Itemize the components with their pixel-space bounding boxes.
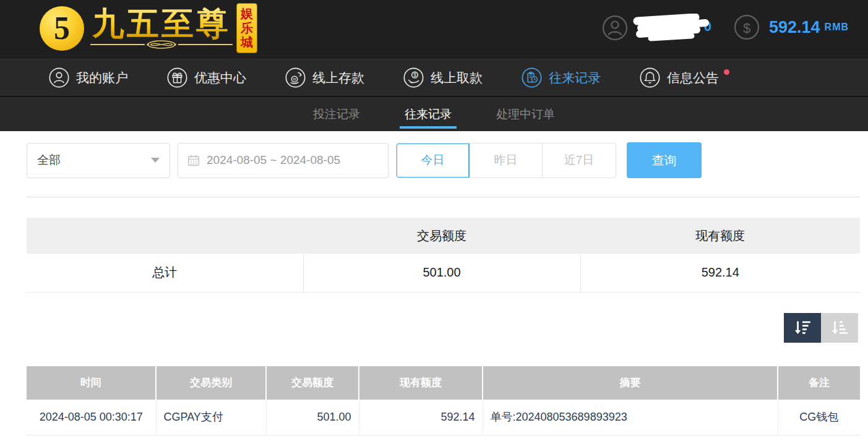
quick-range-group: 今日 昨日 近7日 <box>396 143 616 178</box>
user-icon <box>48 67 70 88</box>
logo-coin-icon: 5 <box>40 6 84 51</box>
wallet-balance[interactable]: $ 592.14 RMB <box>733 14 849 41</box>
col-header-current-balance: 现有额度 <box>359 366 483 400</box>
range-last7days-button[interactable]: 近7日 <box>543 144 616 178</box>
col-header-remark: 备注 <box>778 366 860 400</box>
white-scribble <box>632 14 713 42</box>
svg-text:$: $ <box>743 20 750 36</box>
summary-header-transaction-amount: 交易额度 <box>303 218 580 254</box>
nav-label: 线上存款 <box>312 69 364 87</box>
nav-item-withdraw[interactable]: $ 线上取款 <box>403 67 483 88</box>
badge-char: 娱 <box>241 7 253 21</box>
redacted-username: 0 <box>632 14 713 42</box>
nav-item-deposit[interactable]: 线上存款 <box>285 67 364 88</box>
col-header-transaction-type: 交易类别 <box>156 366 266 400</box>
record-current-balance: 592.14 <box>359 400 483 435</box>
filter-row: 全部 2024-08-05 ~ 2024-08-05 今日 昨日 近7日 查询 <box>27 142 868 178</box>
search-button[interactable]: 查询 <box>627 142 702 178</box>
balance-currency: RMB <box>825 22 849 33</box>
summary-header-empty <box>27 218 303 254</box>
tab-betting-records[interactable]: 投注记录 <box>308 97 365 131</box>
badge-char: 乐 <box>241 21 253 35</box>
content-area: 全部 2024-08-05 ~ 2024-08-05 今日 昨日 近7日 查询 <box>0 142 868 435</box>
top-header-bar: 5 九五至尊 娱 乐 城 0 <box>0 0 868 59</box>
col-header-summary: 摘要 <box>483 366 778 400</box>
summary-header-current-balance: 现有额度 <box>580 218 860 254</box>
logo-text-wrap: 九五至尊 <box>90 7 233 49</box>
record-row: 2024-08-05 00:30:17 CGPAY支付 501.00 592.1… <box>27 400 860 435</box>
nav-label: 我的账户 <box>76 69 128 87</box>
col-header-transaction-amount: 交易额度 <box>266 366 359 400</box>
deposit-icon <box>285 67 306 88</box>
sort-ascending-button[interactable] <box>821 313 858 343</box>
type-select-value: 全部 <box>37 152 151 168</box>
withdraw-icon: $ <box>403 67 424 88</box>
summary-header-row: 交易额度 现有额度 <box>27 218 860 254</box>
nav-item-promotions[interactable]: 优惠中心 <box>166 67 246 88</box>
nav-label: 线上取款 <box>431 69 483 87</box>
nav-label: 往来记录 <box>549 69 601 87</box>
sort-desc-icon <box>792 317 813 338</box>
summary-total-current-balance: 592.14 <box>580 254 860 292</box>
range-yesterday-button[interactable]: 昨日 <box>470 144 543 178</box>
record-transaction-amount: 501.00 <box>266 400 359 435</box>
summary-total-row: 总计 501.00 592.14 <box>27 254 860 292</box>
col-header-time: 时间 <box>27 366 156 400</box>
nav-item-transaction-records[interactable]: 往来记录 <box>521 67 601 88</box>
logo-mark-glyph: 5 <box>54 10 70 46</box>
section-divider <box>27 197 860 197</box>
records-icon <box>521 67 543 88</box>
nav-item-announcements[interactable]: 信息公告 <box>639 67 729 88</box>
tab-pending-orders[interactable]: 处理中订单 <box>491 97 560 131</box>
balance-amount: 592.14 <box>769 18 820 37</box>
caret-down-icon <box>151 158 160 163</box>
badge-char: 城 <box>241 35 253 49</box>
date-range-value: 2024-08-05 ~ 2024-08-05 <box>207 153 340 167</box>
summary-total-label: 总计 <box>27 254 303 292</box>
user-account-area[interactable]: 0 <box>601 14 713 42</box>
record-summary: 单号:202408053689893923 <box>483 400 778 435</box>
logo-badge: 娱 乐 城 <box>236 3 257 53</box>
record-transaction-type: CGPAY支付 <box>156 400 266 435</box>
record-remark: CG钱包 <box>778 400 860 435</box>
records-header-row: 时间 交易类别 交易额度 现有额度 摘要 备注 <box>27 366 860 400</box>
record-time: 2024-08-05 00:30:17 <box>27 400 156 435</box>
sort-asc-icon <box>829 317 850 338</box>
nav-item-my-account[interactable]: 我的账户 <box>48 67 128 88</box>
records-table: 时间 交易类别 交易额度 现有额度 摘要 备注 2024-08-05 00:30… <box>27 366 860 436</box>
dollar-circle-icon: $ <box>733 14 760 41</box>
main-navigation: 我的账户 优惠中心 线上存款 $ 线上取款 <box>0 59 868 97</box>
sort-descending-button[interactable] <box>784 313 821 343</box>
type-select[interactable]: 全部 <box>27 143 170 178</box>
svg-text:$: $ <box>413 72 416 78</box>
sort-controls <box>0 313 858 343</box>
gift-icon <box>166 67 188 88</box>
site-logo[interactable]: 5 九五至尊 娱 乐 城 <box>40 3 257 53</box>
tab-transaction-records[interactable]: 往来记录 <box>400 97 457 131</box>
range-today-button[interactable]: 今日 <box>397 144 470 178</box>
summary-table: 交易额度 现有额度 总计 501.00 592.14 <box>27 218 860 293</box>
logo-title: 九五至尊 <box>92 7 231 41</box>
bell-icon <box>639 67 661 88</box>
logo-flourish-icon <box>90 40 233 49</box>
notification-dot <box>724 69 729 75</box>
calendar-icon <box>187 153 200 167</box>
nav-label: 信息公告 <box>667 69 719 87</box>
summary-total-transaction-amount: 501.00 <box>303 254 580 292</box>
user-avatar-icon <box>601 14 629 41</box>
sub-tab-bar: 投注记录 往来记录 处理中订单 <box>0 97 868 131</box>
date-range-input[interactable]: 2024-08-05 ~ 2024-08-05 <box>178 143 389 178</box>
nav-label: 优惠中心 <box>194 69 246 87</box>
